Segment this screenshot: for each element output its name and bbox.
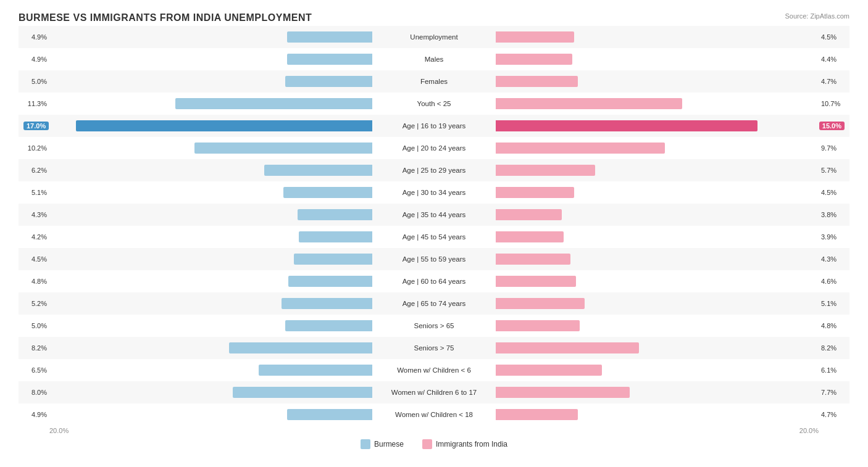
left-value: 4.9%: [23, 56, 47, 63]
right-value: 3.8%: [821, 211, 845, 218]
table-row: 8.2% Seniors > 75 8.2%: [19, 337, 849, 359]
left-value: 4.2%: [23, 233, 47, 241]
row-label: Youth < 25: [372, 100, 496, 107]
right-value: 4.7%: [821, 411, 845, 418]
blue-bar: [294, 254, 372, 265]
table-row: 11.3% Youth < 25 10.7%: [19, 93, 849, 115]
row-label: Females: [372, 78, 496, 85]
row-label: Unemployment: [372, 33, 496, 41]
chart-legend: Burmese Immigrants from India: [19, 439, 849, 449]
table-row: 5.0% Seniors > 65 4.8%: [19, 315, 849, 337]
row-label: Seniors > 75: [372, 344, 496, 352]
pink-bar: [496, 409, 578, 420]
pink-bar: [496, 320, 580, 331]
pink-bar: [496, 365, 602, 376]
pink-bar: [496, 143, 665, 154]
right-value: 4.5%: [821, 189, 845, 196]
left-value: 4.9%: [23, 33, 47, 41]
left-value: 17.0%: [23, 122, 49, 130]
table-row: 6.5% Women w/ Children < 6 6.1%: [19, 359, 849, 381]
blue-bar: [285, 76, 372, 87]
pink-bar: [496, 254, 570, 265]
right-value: 4.5%: [821, 33, 845, 41]
chart-title: BURMESE VS IMMIGRANTS FROM INDIA UNEMPLO…: [19, 12, 312, 23]
right-value: 4.6%: [821, 278, 845, 285]
row-label: Age | 30 to 34 years: [372, 189, 496, 196]
right-value: 7.7%: [821, 389, 845, 396]
right-value: 6.1%: [821, 366, 845, 374]
row-label: Women w/ Children 6 to 17: [372, 389, 496, 396]
table-row: 4.5% Age | 55 to 59 years 4.3%: [19, 248, 849, 270]
table-row: 6.2% Age | 25 to 29 years 5.7%: [19, 159, 849, 181]
left-value: 4.8%: [23, 278, 47, 285]
blue-bar: [287, 409, 372, 420]
row-label: Age | 65 to 74 years: [372, 300, 496, 307]
row-label: Age | 20 to 24 years: [372, 144, 496, 152]
left-value: 5.1%: [23, 189, 47, 196]
left-value: 8.2%: [23, 344, 47, 352]
table-row: 4.3% Age | 35 to 44 years 3.8%: [19, 204, 849, 226]
left-value: 10.2%: [23, 144, 47, 152]
blue-bar: [282, 298, 372, 309]
axis-right-label: 20.0%: [496, 427, 819, 434]
legend-india-box: [422, 439, 432, 449]
row-label: Seniors > 65: [372, 322, 496, 329]
row-label: Age | 16 to 19 years: [372, 122, 496, 130]
pink-bar: [496, 98, 682, 109]
pink-bar: [496, 387, 630, 398]
chart-container: BURMESE VS IMMIGRANTS FROM INDIA UNEMPLO…: [0, 0, 868, 467]
blue-bar: [287, 31, 372, 43]
table-row: 5.2% Age | 65 to 74 years 5.1%: [19, 292, 849, 315]
legend-burmese-box: [361, 439, 370, 449]
blue-bar: [299, 231, 372, 242]
row-label: Age | 55 to 59 years: [372, 255, 496, 263]
row-label: Women w/ Children < 18: [372, 411, 496, 418]
blue-bar: [264, 165, 372, 176]
legend-india: Immigrants from India: [422, 439, 507, 449]
table-row: 4.9% Males 4.4%: [19, 48, 849, 70]
blue-bar: [288, 276, 372, 287]
left-value: 6.2%: [23, 167, 47, 174]
blue-bar: [287, 54, 372, 65]
row-label: Age | 25 to 29 years: [372, 167, 496, 174]
left-value: 8.0%: [23, 389, 47, 396]
right-value: 3.9%: [821, 233, 845, 241]
left-value: 4.3%: [23, 211, 47, 218]
right-value: 8.2%: [821, 344, 845, 352]
pink-bar: [496, 76, 578, 87]
row-label: Age | 35 to 44 years: [372, 211, 496, 218]
legend-burmese-label: Burmese: [374, 440, 404, 448]
blue-bar: [229, 342, 372, 353]
left-value: 5.0%: [23, 78, 47, 85]
blue-bar: [233, 387, 372, 398]
left-value: 5.2%: [23, 300, 47, 307]
right-value: 4.7%: [821, 78, 845, 85]
left-value: 4.9%: [23, 411, 47, 418]
right-value: 4.3%: [821, 255, 845, 263]
table-row: 4.2% Age | 45 to 54 years 3.9%: [19, 226, 849, 248]
right-value: 4.4%: [821, 56, 845, 63]
left-value: 4.5%: [23, 255, 47, 263]
right-value: 15.0%: [819, 122, 845, 130]
right-value: 5.1%: [821, 300, 845, 307]
pink-bar: [496, 209, 562, 220]
right-value: 4.8%: [821, 322, 845, 329]
blue-bar: [194, 143, 372, 154]
chart-rows: 4.9% Unemployment 4.5% 4.9%: [19, 26, 849, 426]
row-label: Age | 45 to 54 years: [372, 233, 496, 241]
table-row: 4.9% Unemployment 4.5%: [19, 26, 849, 48]
legend-india-label: Immigrants from India: [436, 440, 507, 448]
left-value: 11.3%: [23, 100, 47, 107]
table-row: 17.0% Age | 16 to 19 years 15.0%: [19, 115, 849, 137]
table-row: 4.8% Age | 60 to 64 years 4.6%: [19, 270, 849, 292]
pink-bar: [496, 276, 576, 287]
row-label: Age | 60 to 64 years: [372, 278, 496, 285]
table-row: 4.9% Women w/ Children < 18 4.7%: [19, 403, 849, 426]
blue-bar: [283, 187, 372, 198]
row-label: Males: [372, 56, 496, 63]
blue-bar: [76, 120, 372, 131]
table-row: 5.0% Females 4.7%: [19, 70, 849, 93]
blue-bar: [259, 365, 372, 376]
left-value: 5.0%: [23, 322, 47, 329]
pink-bar: [496, 342, 639, 353]
